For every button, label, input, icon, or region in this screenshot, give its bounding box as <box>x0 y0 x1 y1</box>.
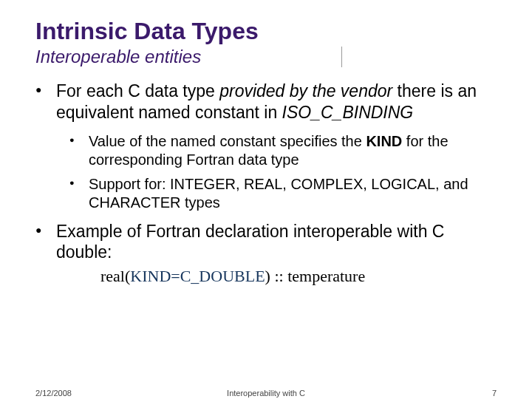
footer-title: Interoperability with C <box>0 389 532 398</box>
code-keyword: KIND=C_DOUBLE <box>130 267 265 285</box>
code-text: real( <box>100 267 130 285</box>
bullet-list-level1: For each C data type provided by the ven… <box>35 81 497 287</box>
bullet-item: For each C data type provided by the ven… <box>35 81 497 212</box>
bullet-text: Support for: INTEGER, REAL, COMPLEX, LOG… <box>89 176 468 211</box>
footer-page-number: 7 <box>492 389 497 398</box>
bullet-text: Example of Fortran declaration interoper… <box>56 222 444 262</box>
slide-subtitle: Interoperable entities <box>35 47 342 67</box>
bullet-text-bold: KIND <box>366 133 402 149</box>
bullet-text-italic: provided by the vendor <box>219 81 392 100</box>
code-example: real(KIND=C_DOUBLE) :: temperature <box>100 266 497 287</box>
bullet-text: For each C data type <box>56 81 219 100</box>
bullet-item: Value of the named constant specifies th… <box>69 132 497 169</box>
bullet-item: Example of Fortran declaration interoper… <box>35 221 497 287</box>
bullet-item: Support for: INTEGER, REAL, COMPLEX, LOG… <box>69 175 497 212</box>
bullet-text-italic: ISO_C_BINDING <box>282 103 414 122</box>
slide-container: Intrinsic Data Types Interoperable entit… <box>0 0 532 287</box>
slide-title: Intrinsic Data Types <box>35 18 497 45</box>
code-text: ) :: temperature <box>265 267 366 285</box>
bullet-list-level2: Value of the named constant specifies th… <box>69 132 497 212</box>
bullet-text: Value of the named constant specifies th… <box>89 133 366 149</box>
